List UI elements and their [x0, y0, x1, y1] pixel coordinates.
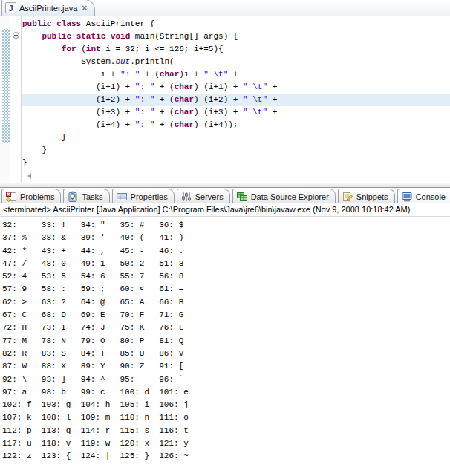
code-token: AsciiPrinter { [81, 19, 154, 28]
code-line[interactable]: (i+3) + ": " + (char) (i+3) + " \t" + [22, 106, 450, 119]
code-token: class [56, 19, 81, 28]
code-line[interactable]: } [22, 157, 450, 169]
code-token: ": " [135, 108, 154, 117]
code-token: + ( [154, 108, 174, 117]
code-token: ": " [135, 82, 154, 91]
code-token: static [76, 32, 106, 41]
code-line[interactable]: System.out.println( [22, 56, 450, 68]
code-token: ": " [135, 120, 154, 129]
data-source-explorer-icon [236, 191, 248, 203]
tab-label: Problems [20, 192, 54, 201]
code-editor[interactable]: public class AsciiPrinter { public stati… [0, 16, 450, 183]
editor-tab-bar: J AsciiPrinter.java × [0, 0, 450, 16]
code-token: System. [22, 57, 115, 66]
fold-minus-icon[interactable] [13, 32, 19, 39]
tab-snippets[interactable]: Snippets [338, 189, 395, 203]
tab-console[interactable]: Console × [397, 189, 450, 203]
code-token: (i+1) + [22, 82, 135, 91]
tab-properties[interactable]: Properties [112, 189, 175, 203]
code-token: main(String[] args) { [130, 32, 238, 41]
code-token: public [22, 19, 52, 28]
code-token: } [22, 158, 27, 167]
snippets-icon [342, 191, 353, 203]
tab-asciiprinter-java[interactable]: J AsciiPrinter.java × [1, 0, 95, 16]
code-token: } [22, 133, 66, 142]
code-token: i = 32; i <= 126; i+=5){ [101, 45, 224, 53]
code-token: public [42, 32, 71, 41]
code-token: for [62, 45, 76, 53]
code-token: " \t" [243, 108, 267, 117]
code-token: ": " [135, 95, 154, 104]
code-token: char [175, 108, 194, 117]
code-token: .println( [130, 57, 174, 66]
code-token: char [175, 95, 194, 104]
code-line[interactable]: } [22, 144, 450, 157]
code-token: char [160, 70, 179, 79]
code-token: + [267, 82, 277, 91]
code-token: ) (i+2) + [194, 95, 243, 104]
code-token: + ( [154, 82, 174, 91]
code-area[interactable]: public class AsciiPrinter { public stati… [22, 18, 450, 169]
code-line[interactable]: public static void main(String[] args) { [22, 30, 450, 43]
code-token: ) (i+4)); [194, 120, 238, 129]
code-token: " \t" [243, 82, 267, 91]
code-line[interactable]: for (int i = 32; i <= 126; i+=5){ [22, 43, 450, 56]
scroll-left-arrow[interactable] [27, 173, 31, 179]
java-file-icon: J [5, 2, 16, 13]
tab-problems[interactable]: Problems [1, 189, 61, 203]
code-token: i + [22, 70, 120, 79]
code-line[interactable]: public class AsciiPrinter { [22, 18, 450, 30]
code-token: ": " [120, 70, 140, 79]
code-token: char [175, 82, 194, 91]
code-token: + [228, 70, 238, 79]
marker-bar[interactable] [0, 16, 10, 183]
code-token: out [115, 57, 130, 66]
tab-label: Snippets [356, 192, 388, 201]
code-line[interactable]: i + ": " + (char)i + " \t" + [22, 68, 450, 81]
code-token [22, 32, 42, 41]
code-token: + ( [154, 95, 174, 104]
code-token [105, 32, 111, 41]
code-token: + ( [154, 120, 174, 129]
bottom-tab-bar: Problems Tasks Properties [0, 187, 450, 203]
code-token: )i + [179, 70, 203, 79]
close-icon[interactable]: × [82, 4, 87, 13]
code-token: ( [76, 45, 86, 53]
console-output[interactable]: 32: 33: ! 34: " 35: # 36: $ 37: % 38: & … [0, 217, 450, 463]
code-token: (i+3) + [22, 108, 135, 117]
eclipse-workbench: J AsciiPrinter.java × public class Ascii… [0, 0, 450, 476]
properties-icon [116, 191, 128, 203]
tab-data-source-explorer[interactable]: Data Source Explorer [232, 189, 336, 203]
code-token: (i+4) + [22, 120, 135, 129]
servers-icon [180, 191, 192, 203]
console-status-line: <terminated> AsciiPrinter [Java Applicat… [0, 203, 450, 217]
code-token: int [86, 45, 101, 53]
code-token: + [267, 95, 277, 104]
editor-tab-title: AsciiPrinter.java [19, 4, 77, 13]
console-icon [401, 191, 413, 203]
code-token: " \t" [243, 95, 267, 104]
code-token: + [267, 108, 277, 117]
code-token: " \t" [203, 70, 228, 79]
code-line[interactable]: (i+1) + ": " + (char) (i+1) + " \t" + [22, 81, 450, 94]
code-token: } [22, 146, 47, 154]
code-token: + ( [140, 70, 159, 79]
tasks-icon [67, 191, 79, 203]
code-token: ) (i+1) + [194, 82, 243, 91]
tab-label: Servers [195, 192, 224, 201]
code-line[interactable]: (i+4) + ": " + (char) (i+4)); [22, 119, 450, 131]
range-indicator [2, 29, 10, 143]
tab-tasks[interactable]: Tasks [63, 189, 109, 203]
folding-bar[interactable] [10, 16, 22, 183]
code-token [71, 32, 76, 41]
tab-label: Properties [131, 192, 168, 201]
tab-label: Data Source Explorer [251, 192, 329, 201]
code-token: ) (i+3) + [194, 108, 243, 117]
tab-label: Console [416, 192, 446, 201]
code-line-current[interactable]: (i+2) + ": " + (char) (i+2) + " \t" + [22, 94, 450, 106]
code-line[interactable]: } [22, 131, 450, 144]
code-token: char [175, 120, 194, 129]
tab-servers[interactable]: Servers [177, 189, 230, 203]
code-token: (i+2) + [22, 95, 135, 104]
tab-label: Tasks [82, 192, 102, 201]
